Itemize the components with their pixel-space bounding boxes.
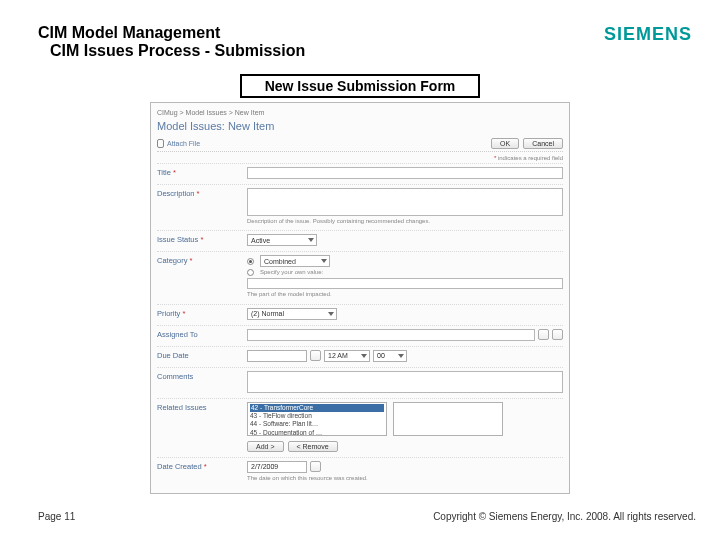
list-item[interactable]: 45 - Documentation of … [250,429,384,436]
label-description: Description * [157,188,247,198]
ok-button[interactable]: OK [491,138,519,149]
label-comments: Comments [157,371,247,381]
hint-category: The part of the model impacted. [247,291,563,298]
radio-icon [247,269,254,276]
chevron-down-icon [361,354,367,358]
label-category: Category * [157,255,247,265]
description-textarea[interactable] [247,188,563,216]
label-status: Issue Status * [157,234,247,244]
list-item[interactable]: 44 - Software: Plan lit… [250,420,384,428]
title-line-2: CIM Issues Process - Submission [50,42,305,60]
hint-description: Description of the issue. Possibly conta… [247,218,563,225]
label-date-created: Date Created * [157,461,247,471]
copyright: Copyright © Siemens Energy, Inc. 2008. A… [433,511,696,522]
category-custom-input[interactable] [247,278,563,289]
due-date-input[interactable] [247,350,307,362]
paperclip-icon [157,139,164,148]
list-item[interactable]: 43 - TieFlow direction [250,412,384,420]
label-due-date: Due Date [157,350,247,360]
calendar-icon[interactable] [310,461,321,472]
comments-textarea[interactable] [247,371,563,393]
chevron-down-icon [321,259,327,263]
due-hour-select[interactable]: 12 AM [324,350,370,362]
address-book-icon[interactable] [552,329,563,340]
calendar-icon[interactable] [310,350,321,361]
chevron-down-icon [398,354,404,358]
chevron-down-icon [308,238,314,242]
status-select[interactable]: Active [247,234,317,246]
cancel-button[interactable]: Cancel [523,138,563,149]
attach-file-link[interactable]: Attach File [157,139,200,148]
chevron-down-icon [328,312,334,316]
category-option-specify[interactable]: Specify your own value: [247,269,563,276]
radio-icon [247,258,254,265]
hint-date-created: The date on which this resource was crea… [247,475,563,482]
required-note: * indicates a required field [157,154,563,163]
page-number: Page 11 [38,511,75,522]
priority-select[interactable]: (2) Normal [247,308,337,320]
category-option-combined[interactable]: Combined [247,255,563,267]
check-name-icon[interactable] [538,329,549,340]
remove-button[interactable]: < Remove [288,441,338,452]
list-item[interactable]: 42 - TransformerCore [250,404,384,412]
form-banner: New Issue Submission Form [240,74,480,98]
related-issues-selected-listbox[interactable] [393,402,503,436]
label-assigned-to: Assigned To [157,329,247,339]
label-title: Title * [157,167,247,177]
add-button[interactable]: Add > [247,441,284,452]
title-input[interactable] [247,167,563,179]
siemens-logo: SIEMENS [604,24,692,45]
label-related-issues: Related Issues [157,402,247,412]
label-priority: Priority * [157,308,247,318]
related-issues-listbox[interactable]: 42 - TransformerCore 43 - TieFlow direct… [247,402,387,436]
breadcrumb: CIMug > Model Issues > New Item [157,107,563,118]
form-page-title: Model Issues: New Item [157,118,563,136]
assigned-to-input[interactable] [247,329,535,341]
due-minute-select[interactable]: 00 [373,350,407,362]
form-screenshot: CIMug > Model Issues > New Item Model Is… [150,102,570,494]
date-created-input[interactable]: 2/7/2009 [247,461,307,473]
attach-file-label: Attach File [167,140,200,147]
title-line-1: CIM Model Management [38,24,305,42]
category-select[interactable]: Combined [260,255,330,267]
